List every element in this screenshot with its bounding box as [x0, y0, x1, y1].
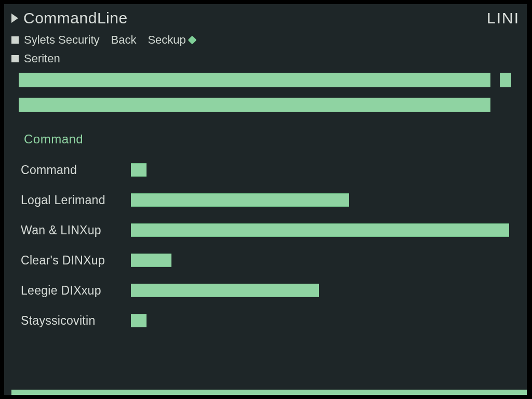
- tab-label: Sylets Security: [24, 33, 100, 47]
- list-item: Wan & LINXup: [21, 215, 521, 245]
- mini-indicator-1: [500, 73, 511, 87]
- square-bullet-icon: [11, 36, 19, 44]
- list-item-label: Clear's DINXup: [21, 254, 131, 268]
- app-title: CommandLine: [23, 9, 128, 27]
- list-item-label: Leegie DIXxup: [21, 284, 131, 298]
- bottom-accent-stripe: [11, 390, 527, 395]
- tab-row: Sylets Security Back Seckup: [4, 29, 527, 47]
- list-item: Logal Lerimand: [21, 185, 521, 215]
- list-item: Stayssicovitin: [21, 305, 521, 336]
- list-item-label: Stayssicovitin: [21, 314, 131, 328]
- app-frame: CommandLine LINI Sylets Security Back Se…: [4, 4, 527, 395]
- square-bullet-icon: [11, 55, 19, 62]
- tab-seckup[interactable]: Seckup: [148, 33, 195, 47]
- list-item-bar[interactable]: [131, 163, 147, 177]
- list-item-bar[interactable]: [131, 254, 171, 267]
- chevron-right-icon[interactable]: [11, 14, 18, 23]
- tab-label: Seckup: [148, 33, 185, 47]
- subitem-label: Seriten: [24, 52, 60, 65]
- progress-bar-1[interactable]: [19, 73, 490, 87]
- subitem-seriten[interactable]: Seriten: [4, 47, 527, 65]
- list-item-label: Logal Lerimand: [21, 193, 131, 207]
- diamond-icon: [188, 36, 196, 45]
- title-left-group: CommandLine: [11, 9, 128, 27]
- tab-back[interactable]: Back: [111, 33, 137, 47]
- section-label: Command: [19, 123, 521, 150]
- list-item: Clear's DINXup: [21, 245, 521, 275]
- list-item-bar[interactable]: [131, 284, 319, 297]
- bars-area: Command Command Logal Lerimand Wan & LIN…: [4, 65, 527, 336]
- command-list: Command Logal Lerimand Wan & LINXup Clea…: [19, 150, 521, 336]
- right-header-label: LINI: [487, 9, 520, 27]
- list-item-bar[interactable]: [131, 314, 147, 327]
- list-item-label: Wan & LINXup: [21, 223, 131, 237]
- progress-bar-2[interactable]: [19, 98, 490, 112]
- top-bar-row-2: [19, 98, 521, 112]
- list-item: Leegie DIXxup: [21, 275, 521, 305]
- top-bar-row-1: [19, 73, 521, 87]
- tab-security[interactable]: Sylets Security: [11, 33, 100, 47]
- tab-label: Back: [111, 33, 137, 47]
- list-item-label: Command: [21, 163, 131, 177]
- list-item-bar[interactable]: [131, 223, 509, 237]
- list-item: Command: [21, 155, 521, 185]
- title-bar: CommandLine LINI: [4, 4, 527, 29]
- list-item-bar[interactable]: [131, 193, 349, 207]
